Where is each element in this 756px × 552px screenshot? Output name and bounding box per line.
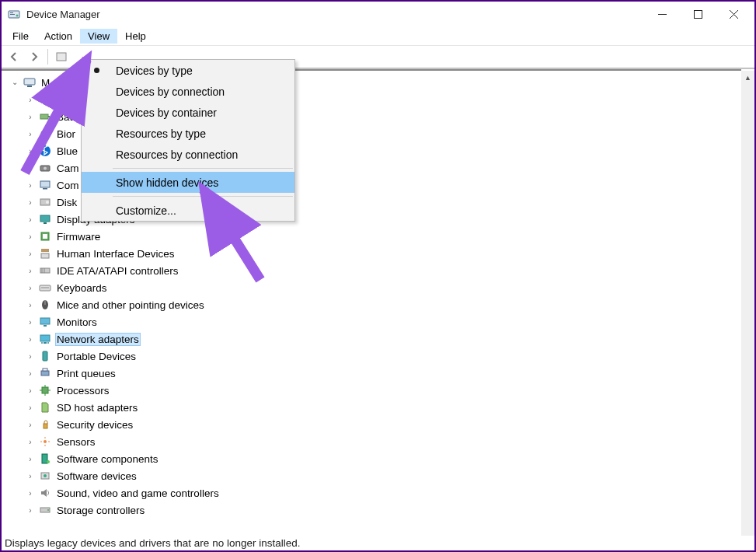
- svg-rect-51: [42, 454, 47, 463]
- device-category[interactable]: ›Sensors: [2, 433, 754, 450]
- scroll-up-arrow[interactable]: ▲: [741, 71, 754, 84]
- device-category[interactable]: ›Software components: [2, 450, 754, 467]
- svg-rect-10: [27, 86, 32, 87]
- svg-rect-36: [44, 325, 47, 327]
- menu-item-devices-by-type[interactable]: Devices by type: [82, 60, 294, 81]
- menu-view[interactable]: View: [80, 29, 117, 44]
- menu-item-devices-by-container[interactable]: Devices by container: [82, 102, 294, 123]
- expand-icon[interactable]: ›: [25, 111, 36, 122]
- device-label: Disk: [55, 197, 78, 208]
- expand-icon[interactable]: ›: [25, 385, 36, 396]
- expand-icon[interactable]: ›: [25, 419, 36, 430]
- svg-rect-35: [40, 318, 50, 324]
- display-icon: [38, 212, 52, 226]
- mouse-icon: [38, 298, 52, 312]
- device-category[interactable]: ›Mice and other pointing devices: [2, 296, 754, 313]
- computer-icon: [23, 75, 37, 89]
- bullet-icon: [94, 68, 99, 73]
- device-label: Software components: [55, 453, 160, 465]
- device-category[interactable]: ›Sound, video and game controllers: [2, 484, 754, 501]
- menu-item-show-hidden-devices[interactable]: Show hidden devices: [82, 172, 294, 193]
- device-category[interactable]: ›Human Interface Devices: [2, 245, 754, 262]
- window-title: Device Manager: [26, 9, 644, 20]
- expand-icon[interactable]: ›: [25, 214, 36, 225]
- status-text: Displays legacy devices and drivers that…: [5, 537, 300, 549]
- menu-item-resources-by-type[interactable]: Resources by type: [82, 123, 294, 144]
- expand-icon[interactable]: ›: [25, 180, 36, 190]
- menu-separator: [113, 196, 293, 197]
- expand-icon[interactable]: ›: [25, 453, 36, 464]
- expand-icon[interactable]: ›: [25, 487, 36, 498]
- device-label: Security devices: [55, 419, 134, 431]
- svg-rect-41: [43, 351, 47, 361]
- minimize-button[interactable]: [644, 2, 680, 26]
- svg-point-40: [47, 342, 49, 344]
- device-category[interactable]: ›Print queues: [2, 365, 754, 382]
- sound-icon: [38, 486, 52, 500]
- device-category[interactable]: ›IDE ATA/ATAPI controllers: [2, 262, 754, 279]
- maximize-button[interactable]: [680, 2, 716, 26]
- svg-rect-5: [694, 10, 702, 18]
- back-button[interactable]: [5, 47, 23, 66]
- menu-help[interactable]: Help: [117, 29, 154, 44]
- keyboard-icon: [38, 281, 52, 295]
- menu-action[interactable]: Action: [37, 29, 80, 44]
- expand-icon[interactable]: ›: [25, 299, 36, 310]
- svg-rect-19: [43, 188, 47, 190]
- device-label: Processors: [55, 385, 111, 397]
- expand-icon[interactable]: ›: [25, 470, 36, 481]
- device-category[interactable]: ›Network adapters: [2, 330, 754, 348]
- menu-file[interactable]: File: [5, 29, 37, 44]
- device-category[interactable]: ›Security devices: [2, 416, 754, 433]
- expand-icon[interactable]: ›: [25, 436, 36, 447]
- device-label: Cam: [55, 162, 81, 174]
- toolbar-button[interactable]: [52, 47, 71, 66]
- device-label: Print queues: [55, 368, 117, 379]
- expand-icon[interactable]: ›: [25, 402, 36, 413]
- device-label: IDE ATA/ATAPI controllers: [55, 265, 180, 277]
- expand-icon[interactable]: ›: [25, 334, 36, 344]
- software2-icon: [38, 469, 52, 483]
- expand-icon[interactable]: ›: [25, 145, 36, 156]
- camera-icon: [38, 161, 52, 175]
- collapse-icon[interactable]: ⌄: [9, 76, 20, 87]
- expand-icon[interactable]: ›: [25, 351, 36, 362]
- device-category[interactable]: ›Storage controllers: [2, 501, 754, 519]
- software-icon: [38, 452, 52, 466]
- device-label: Sound, video and game controllers: [55, 487, 221, 499]
- forward-button[interactable]: [25, 47, 44, 66]
- svg-point-56: [47, 509, 49, 511]
- menu-item-devices-by-connection[interactable]: Devices by connection: [82, 81, 294, 102]
- expand-icon[interactable]: ›: [25, 265, 36, 276]
- svg-point-13: [41, 130, 49, 138]
- expand-icon[interactable]: ›: [25, 94, 36, 105]
- expand-icon[interactable]: ›: [25, 316, 36, 327]
- menu-item-resources-by-connection[interactable]: Resources by connection: [82, 144, 294, 165]
- device-category[interactable]: ›Keyboards: [2, 279, 754, 296]
- device-category[interactable]: ›Software devices: [2, 467, 754, 484]
- menu-item-customize[interactable]: Customize...: [82, 200, 294, 221]
- device-category[interactable]: ›SD host adapters: [2, 399, 754, 416]
- close-button[interactable]: [716, 2, 751, 26]
- expand-icon[interactable]: ›: [25, 231, 36, 242]
- expand-icon[interactable]: ›: [25, 248, 36, 259]
- expand-icon[interactable]: ›: [25, 282, 36, 293]
- device-label: Network adapters: [55, 333, 141, 346]
- svg-rect-26: [41, 249, 49, 252]
- expand-icon[interactable]: ›: [25, 368, 36, 379]
- expand-icon[interactable]: ›: [25, 162, 36, 173]
- device-category[interactable]: ›Monitors: [2, 313, 754, 330]
- vertical-scrollbar[interactable]: ▲: [741, 71, 754, 536]
- expand-icon[interactable]: ›: [25, 505, 36, 515]
- device-category[interactable]: ›Firmware: [2, 228, 754, 245]
- security-icon: [38, 417, 52, 431]
- expand-icon[interactable]: ›: [25, 197, 36, 208]
- device-category[interactable]: ›Processors: [2, 382, 754, 399]
- device-category[interactable]: ›Portable Devices: [2, 348, 754, 365]
- svg-rect-9: [24, 79, 35, 85]
- expand-icon[interactable]: ›: [25, 128, 36, 139]
- storage-icon: [38, 503, 52, 517]
- biometric-icon: [38, 127, 52, 141]
- svg-rect-42: [41, 371, 49, 376]
- device-label: Human Interface Devices: [55, 248, 176, 260]
